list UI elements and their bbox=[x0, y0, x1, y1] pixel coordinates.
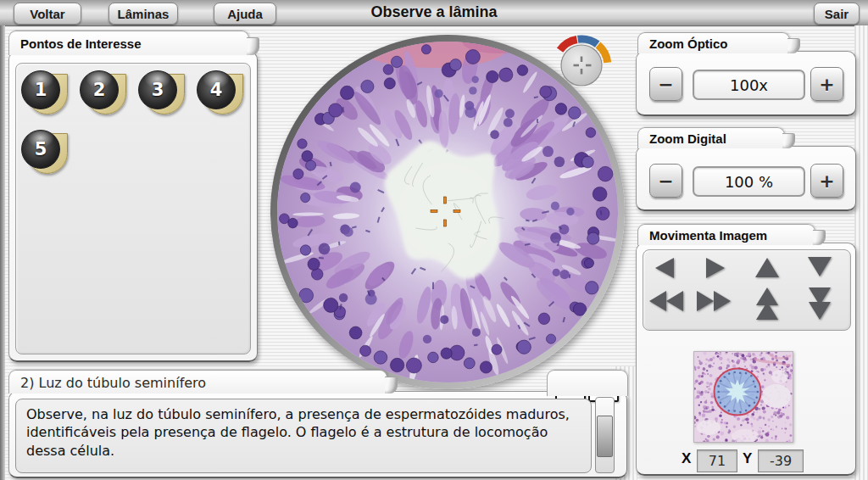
move-fast-up-button[interactable] bbox=[753, 285, 782, 322]
navigator-widget[interactable] bbox=[548, 31, 619, 102]
move-left-button[interactable] bbox=[648, 255, 683, 281]
caption-heading: 2) Luz do túbulo seminífero bbox=[20, 374, 206, 390]
point-of-interest-2-button[interactable]: 2 bbox=[79, 70, 128, 119]
description-scrollbar-thumb[interactable] bbox=[597, 416, 613, 457]
move-fast-right-button[interactable] bbox=[693, 288, 736, 314]
dup-arrow-icon bbox=[753, 285, 782, 322]
digital-zoom-plus-button[interactable]: + bbox=[810, 164, 843, 198]
point-of-interest-4-button[interactable]: 4 bbox=[196, 70, 245, 119]
digital-zoom-value: 100 % bbox=[693, 166, 805, 197]
optical-zoom-minus-button[interactable]: − bbox=[649, 67, 682, 101]
left-arrow-icon bbox=[648, 255, 683, 281]
caption-tab: 2) Luz do túbulo seminífero bbox=[8, 370, 387, 393]
left-edge-texture bbox=[0, 25, 5, 480]
dleft-arrow-icon bbox=[644, 288, 687, 314]
optical-zoom-plus-button[interactable]: + bbox=[810, 67, 843, 101]
poi-number-sphere: 1 bbox=[21, 70, 60, 109]
down-arrow-icon bbox=[802, 254, 837, 281]
back-button[interactable]: Voltar bbox=[14, 3, 81, 25]
point-of-interest-3-button[interactable]: 3 bbox=[137, 70, 186, 119]
page-title: Observe a lâmina bbox=[370, 3, 497, 21]
navigator-widget-svg bbox=[548, 31, 619, 102]
y-coordinate-value: -39 bbox=[758, 449, 804, 472]
poi-number-sphere: 2 bbox=[80, 70, 119, 109]
move-down-button[interactable] bbox=[802, 254, 837, 281]
description-text: Observe, na luz do túbulo seminífero, a … bbox=[15, 399, 592, 473]
poi-number: 4 bbox=[210, 80, 223, 100]
optical-zoom-tab: Zoom Óptico bbox=[637, 32, 790, 53]
optical-zoom-value: 100x bbox=[693, 70, 805, 100]
slides-button[interactable]: Lâminas bbox=[108, 3, 178, 25]
ddown-arrow-icon bbox=[805, 285, 834, 322]
tab-fold-decoration bbox=[247, 37, 259, 55]
font-size-tab bbox=[547, 370, 628, 396]
x-coordinate-label: X bbox=[682, 450, 691, 467]
move-up-button[interactable] bbox=[749, 254, 785, 281]
dright-arrow-icon bbox=[693, 288, 736, 314]
digital-zoom-title: Zoom Digital bbox=[649, 131, 726, 146]
point-of-interest-5-button[interactable]: 5 bbox=[20, 129, 70, 178]
y-coordinate-label: Y bbox=[743, 450, 752, 467]
poi-number: 2 bbox=[93, 80, 106, 100]
move-fast-left-button[interactable] bbox=[644, 288, 687, 314]
optical-zoom-title: Zoom Óptico bbox=[649, 36, 728, 51]
help-button[interactable]: Ajuda bbox=[214, 3, 276, 25]
move-right-button[interactable] bbox=[697, 255, 732, 281]
move-fast-down-button[interactable] bbox=[805, 285, 834, 322]
tab-fold-decoration bbox=[385, 377, 398, 393]
up-arrow-icon bbox=[749, 254, 785, 281]
poi-number: 3 bbox=[152, 80, 164, 100]
point-of-interest-1-button[interactable]: 1 bbox=[20, 70, 70, 119]
poi-number: 1 bbox=[35, 80, 47, 100]
exit-button[interactable]: Sair bbox=[814, 3, 860, 25]
virtual-microscope-app: Voltar Lâminas Ajuda Observe a lâmina Sa… bbox=[0, 0, 868, 480]
points-panel-title: Pontos de Interesse bbox=[20, 36, 142, 51]
points-panel-tab: Pontos de Interesse bbox=[8, 31, 249, 55]
thumbnail-svg bbox=[694, 352, 793, 442]
poi-number-sphere: 4 bbox=[197, 70, 236, 109]
move-image-tab: Movimenta Imagem bbox=[637, 224, 815, 245]
slide-overview-thumbnail[interactable] bbox=[693, 351, 793, 443]
right-arrow-icon bbox=[697, 255, 732, 281]
title-bar: Voltar Lâminas Ajuda Observe a lâmina Sa… bbox=[0, 0, 868, 26]
x-coordinate-value: 71 bbox=[697, 449, 737, 472]
right-edge-texture bbox=[854, 25, 868, 480]
poi-number: 5 bbox=[35, 139, 47, 159]
move-image-title: Movimenta Imagem bbox=[649, 228, 767, 243]
digital-zoom-tab: Zoom Digital bbox=[637, 127, 785, 148]
poi-number-sphere: 5 bbox=[21, 130, 60, 169]
poi-number-sphere: 3 bbox=[138, 70, 177, 109]
digital-zoom-minus-button[interactable]: − bbox=[649, 164, 682, 198]
